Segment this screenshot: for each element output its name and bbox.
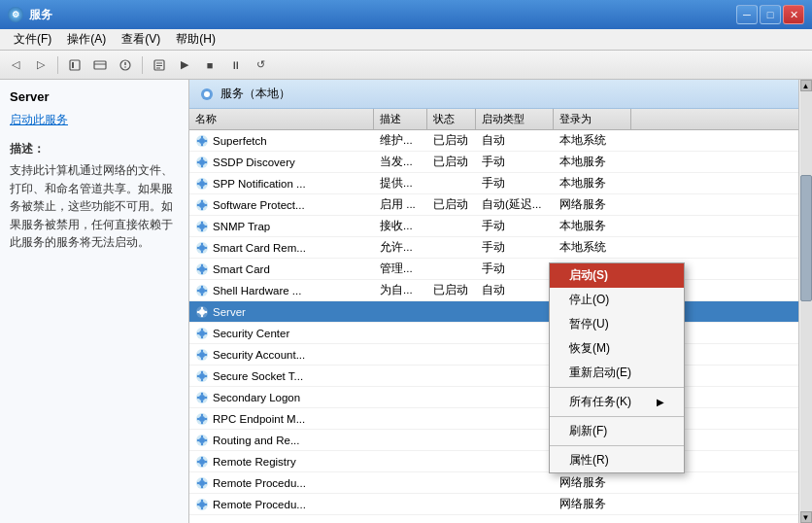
menu-help[interactable]: 帮助(H) (168, 29, 223, 50)
svg-point-89 (197, 396, 199, 398)
table-row[interactable]: SSDP Discovery 当发... 已启动 手动 本地服务 (189, 152, 812, 173)
toolbar-back[interactable]: ◁ (4, 54, 27, 76)
toolbar-pause[interactable]: ⏸ (223, 54, 247, 76)
table-row[interactable]: Secure Socket T... 本地服务 (189, 366, 812, 387)
scroll-down[interactable]: ▼ (800, 511, 812, 523)
service-status-cell: 已启动 (427, 133, 476, 148)
scrollbar[interactable]: ▲ ▼ (798, 80, 812, 523)
table-row[interactable]: Secondary Logon 本地系统 (189, 387, 812, 408)
svg-point-76 (201, 357, 203, 359)
service-icon (195, 156, 209, 169)
context-menu-item[interactable]: 停止(O) (550, 288, 684, 312)
svg-point-70 (201, 335, 203, 337)
service-icon (195, 434, 209, 447)
svg-point-22 (201, 164, 203, 166)
service-login-cell: 本地服务 (554, 176, 631, 191)
service-start-cell: 手动 (476, 219, 554, 233)
context-menu-item[interactable]: 启动(S) (550, 263, 684, 288)
scroll-thumb[interactable] (800, 175, 812, 301)
context-menu-item[interactable]: 刷新(F) (550, 419, 684, 443)
svg-point-113 (197, 481, 199, 483)
table-row[interactable]: SPP Notification ... 提供... 手动 本地服务 (189, 173, 812, 194)
start-service-link[interactable]: 启动此服务 (10, 112, 179, 128)
toolbar-stop[interactable]: ■ (198, 54, 221, 76)
svg-point-28 (201, 186, 203, 188)
table-row[interactable]: Server 本地系统 (189, 301, 812, 323)
col-desc[interactable]: 描述 (374, 109, 427, 129)
service-name-cell: Security Center (189, 327, 374, 340)
context-menu-item[interactable]: 所有任务(K)▶ (550, 390, 684, 414)
service-login-cell: 网络服务 (554, 497, 631, 511)
context-menu-item[interactable]: 属性(R) (550, 448, 684, 472)
menu-file[interactable]: 文件(F) (6, 29, 59, 50)
svg-point-50 (199, 266, 205, 272)
table-row[interactable]: Remote Procedu... 网络服务 (189, 494, 812, 515)
svg-point-27 (201, 178, 203, 180)
table-row[interactable]: SNMP Trap 接收... 手动 本地服务 (189, 216, 812, 237)
toolbar-properties[interactable] (148, 54, 171, 76)
svg-point-68 (199, 331, 205, 336)
table-row[interactable]: Smart Card Rem... 允许... 手动 本地系统 (189, 237, 812, 259)
svg-point-44 (199, 245, 205, 251)
svg-point-54 (205, 267, 207, 269)
svg-point-114 (205, 481, 207, 483)
service-icon (195, 498, 209, 511)
service-status-cell: 已启动 (427, 155, 476, 169)
svg-point-17 (197, 139, 199, 141)
toolbar-play[interactable]: ▶ (173, 54, 196, 76)
scroll-up[interactable]: ▲ (800, 80, 812, 91)
context-menu-item[interactable]: 重新启动(E) (550, 361, 684, 385)
svg-point-62 (199, 309, 205, 315)
services-header: 服务（本地） (189, 80, 812, 109)
main-area: Server 启动此服务 描述： 支持此计算机通过网络的文件、打印、和命名管道共… (0, 80, 812, 523)
menu-view[interactable]: 查看(V) (114, 29, 168, 50)
svg-point-21 (201, 157, 203, 158)
context-menu-separator (550, 445, 684, 446)
table-row[interactable]: Routing and Re... 本地系统 (189, 430, 812, 451)
toolbar-sep-2 (142, 56, 143, 74)
context-menu-item[interactable]: 暂停(U) (550, 312, 684, 336)
service-name-cell: Remote Registry (189, 455, 374, 469)
menu-bar: 文件(F) 操作(A) 查看(V) 帮助(H) (0, 29, 812, 51)
service-icon (195, 177, 209, 191)
menu-action[interactable]: 操作(A) (59, 29, 114, 50)
table-row[interactable]: Smart Card 管理... 手动 本地服务 (189, 259, 812, 280)
title-bar: ⚙ 服务 ─ □ ✕ (0, 0, 812, 29)
service-name-cell: SSDP Discovery (189, 156, 374, 169)
service-status-cell: 已启动 (427, 283, 476, 297)
svg-point-105 (201, 456, 203, 458)
table-row[interactable]: Remote Registry 本地服务 (189, 451, 812, 472)
svg-point-92 (199, 416, 205, 422)
minimize-button[interactable]: ─ (736, 5, 758, 24)
toolbar-btn2[interactable] (88, 54, 112, 76)
svg-point-94 (201, 421, 203, 423)
table-row[interactable]: Software Protect... 启用 ... 已启动 自动(延迟... … (189, 194, 812, 216)
toolbar-btn3[interactable] (114, 54, 137, 76)
scroll-track (800, 91, 812, 511)
table-row[interactable]: Security Center 本地服务 (189, 323, 812, 344)
svg-point-42 (205, 225, 207, 227)
svg-point-24 (205, 160, 207, 162)
table-row[interactable]: Shell Hardware ... 为自... 已启动 自动 本地系统 (189, 280, 812, 301)
toolbar-up[interactable] (63, 54, 86, 76)
table-row[interactable]: Security Account... 本地系统 (189, 344, 812, 366)
col-name[interactable]: 名称 (189, 109, 374, 129)
col-status[interactable]: 状态 (427, 109, 476, 129)
table-row[interactable]: Superfetch 维护... 已启动 自动 本地系统 (189, 130, 812, 152)
context-menu-separator (550, 416, 684, 417)
col-start[interactable]: 启动类型 (476, 109, 554, 129)
service-icon (195, 455, 209, 469)
table-row[interactable]: RPC Endpoint M... 网络服务 (189, 408, 812, 430)
col-login[interactable]: 登录为 (554, 109, 631, 129)
maximize-button[interactable]: □ (760, 5, 781, 24)
svg-point-45 (201, 242, 203, 244)
service-status-cell: 已启动 (427, 197, 476, 212)
close-button[interactable]: ✕ (783, 5, 804, 24)
toolbar-restart[interactable]: ↺ (249, 54, 272, 76)
service-start-cell: 手动 (476, 262, 554, 276)
svg-point-82 (201, 378, 203, 380)
context-menu-item[interactable]: 恢复(M) (550, 336, 684, 361)
table-row[interactable]: Remote Procedu... 网络服务 (189, 472, 812, 494)
toolbar-forward[interactable]: ▷ (29, 54, 52, 76)
service-desc-cell: 维护... (374, 133, 427, 148)
